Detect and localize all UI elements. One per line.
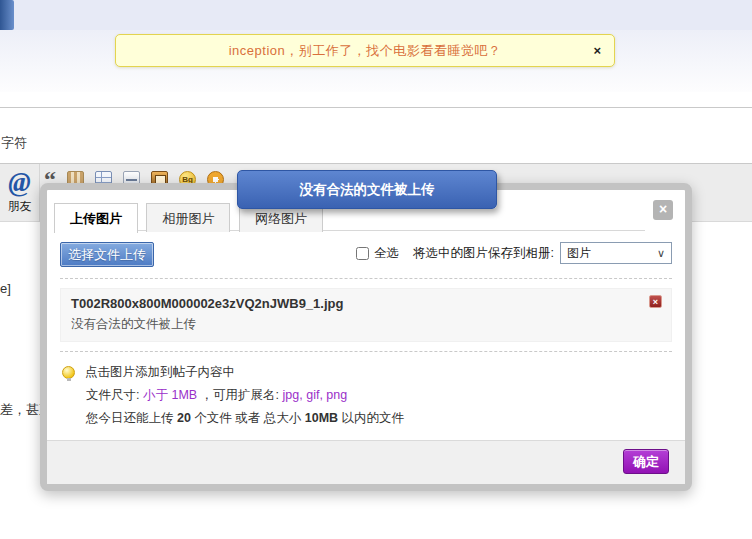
upload-error-tooltip: 没有合法的文件被上传 bbox=[237, 170, 497, 209]
tip2-size-limit: 小于 1MB bbox=[143, 388, 197, 402]
notice-banner: inception，别工作了，找个电影看看睡觉吧？ × bbox=[115, 34, 615, 67]
tip-line-2: 文件尺寸: 小于 1MB ，可用扩展名: jpg, gif, png bbox=[62, 384, 672, 407]
at-icon: @ bbox=[0, 167, 39, 197]
file-name: T002R800x800M000002e3zVQ2nJWB9_1.jpg bbox=[71, 296, 643, 311]
file-error-text: 没有合法的文件被上传 bbox=[71, 316, 643, 333]
post-text-fragment: 差，甚至 bbox=[0, 401, 42, 419]
dialog-footer: 确定 bbox=[47, 440, 685, 484]
album-select-value: 图片 bbox=[567, 245, 591, 262]
mention-friends-button[interactable]: @ 朋友 bbox=[0, 164, 40, 222]
tip3-b: 个文件 或者 总大小 bbox=[191, 411, 305, 425]
top-left-blue-button[interactable] bbox=[0, 0, 14, 30]
top-bar bbox=[0, 0, 752, 30]
tip-line-1: 点击图片添加到帖子内容中 bbox=[85, 361, 235, 384]
upload-tips: 点击图片添加到帖子内容中 文件尺寸: 小于 1MB ，可用扩展名: jpg, g… bbox=[60, 361, 672, 430]
tip2-label: 文件尺寸: bbox=[86, 388, 143, 402]
dashed-divider-2 bbox=[60, 351, 672, 352]
page: inception，别工作了，找个电影看看睡觉吧？ × 字符 @ 朋友 “ Bg… bbox=[0, 0, 752, 539]
tab-upload-image[interactable]: 上传图片 bbox=[54, 203, 138, 233]
select-all-checkbox[interactable] bbox=[356, 247, 369, 260]
select-all-label: 全选 bbox=[374, 245, 399, 262]
dialog-body: 选择文件上传 全选 将选中的图片保存到相册: 图片 ∨ T002R800x800… bbox=[47, 231, 685, 440]
mention-friends-label: 朋友 bbox=[0, 198, 39, 215]
choose-file-upload-button[interactable]: 选择文件上传 bbox=[60, 242, 154, 267]
file-remove-icon[interactable]: × bbox=[649, 295, 662, 308]
tip3-a: 您今日还能上传 bbox=[86, 411, 177, 425]
dashed-divider-1 bbox=[60, 278, 672, 279]
tip-line-3: 您今日还能上传 20 个文件 或者 总大小 10MB 以内的文件 bbox=[62, 407, 672, 430]
dialog-close-icon[interactable]: × bbox=[653, 200, 673, 220]
album-select[interactable]: 图片 ∨ bbox=[560, 242, 672, 264]
tab-album-image[interactable]: 相册图片 bbox=[146, 203, 230, 232]
notice-close-icon[interactable]: × bbox=[593, 43, 601, 59]
tip3-c: 以内的文件 bbox=[338, 411, 404, 425]
tip3-total-size: 10MB bbox=[305, 411, 338, 425]
tip2-extensions: jpg, gif, png bbox=[283, 388, 348, 402]
save-to-album-label: 将选中的图片保存到相册: bbox=[413, 245, 554, 262]
lightbulb-icon bbox=[62, 366, 75, 379]
tip2-mid: ，可用扩展名: bbox=[197, 388, 282, 402]
char-count-text: 字符 bbox=[1, 134, 27, 152]
file-item: T002R800x800M000002e3zVQ2nJWB9_1.jpg 没有合… bbox=[60, 288, 672, 342]
bbcode-fragment: e] bbox=[0, 281, 11, 296]
tip3-remaining-count: 20 bbox=[177, 411, 191, 425]
upload-image-dialog: × 上传图片 相册图片 网络图片 选择文件上传 全选 将选中的图片保存到相册: … bbox=[40, 183, 692, 491]
divider-top bbox=[0, 107, 752, 108]
notice-banner-text: inception，别工作了，找个电影看看睡觉吧？ bbox=[229, 42, 502, 60]
confirm-button[interactable]: 确定 bbox=[623, 449, 669, 474]
chevron-down-icon: ∨ bbox=[657, 247, 665, 260]
